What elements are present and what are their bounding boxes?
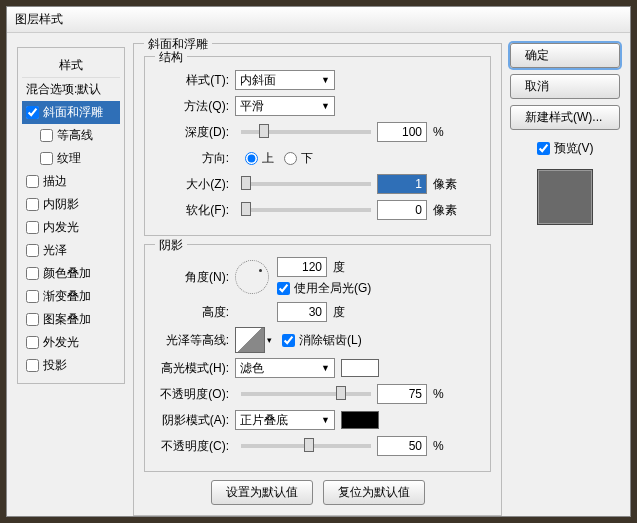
- shading-title: 阴影: [155, 237, 187, 254]
- technique-select[interactable]: 平滑▼: [235, 96, 335, 116]
- shadow-mode-label: 阴影模式(A):: [155, 412, 235, 429]
- highlight-opacity-label: 不透明度(O):: [155, 386, 235, 403]
- style-item-label: 外发光: [43, 334, 79, 351]
- shadow-opacity-input[interactable]: 50: [377, 436, 427, 456]
- style-item-checkbox[interactable]: [26, 198, 39, 211]
- make-default-button[interactable]: 设置为默认值: [211, 480, 313, 505]
- style-item-label: 内发光: [43, 219, 79, 236]
- style-item-label: 渐变叠加: [43, 288, 91, 305]
- reset-default-button[interactable]: 复位为默认值: [323, 480, 425, 505]
- highlight-mode-label: 高光模式(H):: [155, 360, 235, 377]
- style-item-label: 描边: [43, 173, 67, 190]
- new-style-button[interactable]: 新建样式(W)...: [510, 105, 620, 130]
- caret-icon: ▼: [321, 363, 330, 373]
- highlight-opacity-slider[interactable]: [241, 392, 371, 396]
- styles-list-panel: 样式 混合选项:默认 斜面和浮雕等高线纹理描边内阴影内发光光泽颜色叠加渐变叠加图…: [17, 43, 125, 523]
- style-item-2[interactable]: 纹理: [22, 147, 120, 170]
- cancel-button[interactable]: 取消: [510, 74, 620, 99]
- size-input[interactable]: 1: [377, 174, 427, 194]
- size-slider[interactable]: [241, 182, 371, 186]
- style-item-label: 纹理: [57, 150, 81, 167]
- side-panel: 确定 取消 新建样式(W)... 预览(V): [510, 43, 620, 523]
- soften-label: 软化(F):: [155, 202, 235, 219]
- caret-icon: ▼: [321, 101, 330, 111]
- style-item-6[interactable]: 光泽: [22, 239, 120, 262]
- style-label: 样式(T):: [155, 72, 235, 89]
- style-item-label: 光泽: [43, 242, 67, 259]
- style-item-checkbox[interactable]: [26, 221, 39, 234]
- styles-header: 样式: [22, 54, 120, 78]
- style-item-5[interactable]: 内发光: [22, 216, 120, 239]
- style-item-checkbox[interactable]: [40, 129, 53, 142]
- style-item-checkbox[interactable]: [26, 313, 39, 326]
- style-item-checkbox[interactable]: [26, 336, 39, 349]
- highlight-mode-select[interactable]: 滤色▼: [235, 358, 335, 378]
- style-item-checkbox[interactable]: [40, 152, 53, 165]
- style-item-4[interactable]: 内阴影: [22, 193, 120, 216]
- style-item-checkbox[interactable]: [26, 290, 39, 303]
- style-item-label: 内阴影: [43, 196, 79, 213]
- titlebar: 图层样式: [7, 7, 630, 33]
- style-item-3[interactable]: 描边: [22, 170, 120, 193]
- highlight-color-swatch[interactable]: [341, 359, 379, 377]
- ok-button[interactable]: 确定: [510, 43, 620, 68]
- style-item-label: 投影: [43, 357, 67, 374]
- soften-input[interactable]: 0: [377, 200, 427, 220]
- style-item-label: 图案叠加: [43, 311, 91, 328]
- angle-label: 角度(N):: [155, 269, 235, 286]
- style-item-checkbox[interactable]: [26, 106, 39, 119]
- preview-checkbox[interactable]: [537, 142, 550, 155]
- bevel-emboss-panel: 斜面和浮雕 结构 样式(T): 内斜面▼ 方法(Q): 平滑▼ 深度(D): 1…: [133, 43, 502, 523]
- style-item-checkbox[interactable]: [26, 267, 39, 280]
- depth-input[interactable]: 100: [377, 122, 427, 142]
- caret-icon: ▼: [321, 415, 330, 425]
- preview-label: 预览(V): [554, 140, 594, 157]
- style-item-label: 等高线: [57, 127, 93, 144]
- style-item-0[interactable]: 斜面和浮雕: [22, 101, 120, 124]
- altitude-label: 高度:: [155, 304, 235, 321]
- technique-label: 方法(Q):: [155, 98, 235, 115]
- shadow-opacity-slider[interactable]: [241, 444, 371, 448]
- shadow-mode-select[interactable]: 正片叠底▼: [235, 410, 335, 430]
- gloss-contour-picker[interactable]: [235, 327, 265, 353]
- caret-icon: ▼: [321, 75, 330, 85]
- soften-slider[interactable]: [241, 208, 371, 212]
- direction-label: 方向:: [155, 150, 235, 167]
- shadow-color-swatch[interactable]: [341, 411, 379, 429]
- style-item-7[interactable]: 颜色叠加: [22, 262, 120, 285]
- style-item-checkbox[interactable]: [26, 359, 39, 372]
- direction-up-radio[interactable]: [245, 152, 258, 165]
- style-item-8[interactable]: 渐变叠加: [22, 285, 120, 308]
- style-item-11[interactable]: 投影: [22, 354, 120, 377]
- depth-slider[interactable]: [241, 130, 371, 134]
- direction-down-radio[interactable]: [284, 152, 297, 165]
- angle-input[interactable]: 120: [277, 257, 327, 277]
- style-item-checkbox[interactable]: [26, 244, 39, 257]
- altitude-input[interactable]: 30: [277, 302, 327, 322]
- style-item-10[interactable]: 外发光: [22, 331, 120, 354]
- antialias-checkbox[interactable]: [282, 334, 295, 347]
- highlight-opacity-input[interactable]: 75: [377, 384, 427, 404]
- style-item-label: 颜色叠加: [43, 265, 91, 282]
- style-item-1[interactable]: 等高线: [22, 124, 120, 147]
- preview-thumbnail: [537, 169, 593, 225]
- global-light-checkbox[interactable]: [277, 282, 290, 295]
- shadow-opacity-label: 不透明度(C):: [155, 438, 235, 455]
- layer-style-dialog: 图层样式 样式 混合选项:默认 斜面和浮雕等高线纹理描边内阴影内发光光泽颜色叠加…: [6, 6, 631, 517]
- blend-options-row[interactable]: 混合选项:默认: [22, 78, 120, 101]
- style-item-label: 斜面和浮雕: [43, 104, 103, 121]
- style-item-checkbox[interactable]: [26, 175, 39, 188]
- gloss-contour-label: 光泽等高线:: [155, 332, 235, 349]
- size-label: 大小(Z):: [155, 176, 235, 193]
- depth-label: 深度(D):: [155, 124, 235, 141]
- caret-icon[interactable]: ▾: [267, 335, 272, 345]
- style-select[interactable]: 内斜面▼: [235, 70, 335, 90]
- blend-options-label: 混合选项:默认: [26, 81, 101, 98]
- angle-dial[interactable]: [235, 260, 269, 294]
- structure-title: 结构: [155, 49, 187, 66]
- style-item-9[interactable]: 图案叠加: [22, 308, 120, 331]
